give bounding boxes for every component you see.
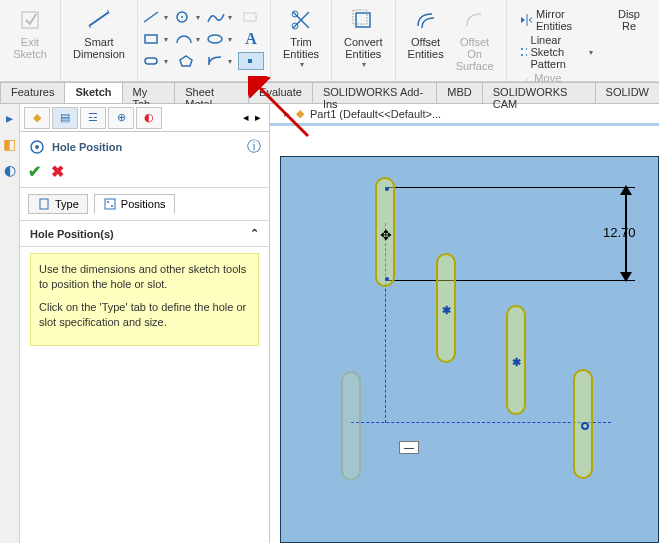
tab-my-tab[interactable]: My Tab	[122, 82, 176, 103]
svg-rect-3	[244, 13, 256, 21]
relation-tag[interactable]: —	[399, 441, 419, 454]
panel-nav-left-icon[interactable]: ◂	[243, 111, 249, 124]
display-relations-label: Disp Re	[618, 8, 640, 32]
ribbon-toolbar: Exit Sketch Smart Dimension ▾ ▾ ▾ ▾ ▾ ▾ …	[0, 0, 659, 82]
display-relations-button[interactable]: Disp Re	[605, 4, 653, 34]
dropdown-icon[interactable]: ▾	[362, 60, 366, 69]
dim-extension-top	[385, 187, 635, 188]
tab-cam[interactable]: SOLIDWORKS CAM	[482, 82, 596, 103]
svg-point-5	[208, 35, 222, 43]
tab-solidw[interactable]: SOLIDW	[595, 82, 659, 103]
circle-tool-icon[interactable]: ▾	[174, 8, 200, 26]
ribbon-group-dimension: Smart Dimension	[61, 0, 138, 81]
ribbon-group-offset: Offset Entities Offset On Surface	[396, 0, 507, 81]
offset-entities-button[interactable]: Offset Entities	[402, 4, 450, 62]
doc-breadcrumb[interactable]: ▸ ◆ Part1 (Default<<Default>...	[270, 104, 659, 126]
type-tab-icon	[37, 197, 51, 211]
ellipse-tool-icon[interactable]: ▾	[206, 30, 232, 48]
construction-line-h	[351, 422, 611, 423]
mirror-entities-button[interactable]: Mirror Entities	[519, 8, 593, 32]
appearance-tab-icon[interactable]: ◐	[136, 107, 162, 129]
trim-entities-button[interactable]: Trim Entities ▾	[277, 4, 325, 71]
help-para-2: Click on the 'Type' tab to define the ho…	[39, 300, 250, 330]
left-task-rail: ▸ ◧ ◐	[0, 104, 20, 543]
tab-mbd[interactable]: MBD	[436, 82, 482, 103]
ribbon-group-sketch-tools: ▾ ▾ ▾ ▾ ▾ ▾ A ▾ ▾	[138, 0, 271, 81]
sketch-tools-grid: ▾ ▾ ▾ ▾ ▾ ▾ A ▾ ▾	[142, 4, 266, 72]
svg-point-14	[526, 48, 527, 50]
arc-tool-icon[interactable]: ▾	[174, 30, 200, 48]
tab-type[interactable]: Type	[28, 194, 88, 214]
svg-rect-6	[145, 58, 157, 64]
propertymanager-tab-icon[interactable]: ▤	[52, 107, 78, 129]
spline-tool-icon[interactable]: ▾	[206, 8, 232, 26]
panel-tab-icons: ◆ ▤ ☲ ⊕ ◐ ◂ ▸	[20, 104, 269, 132]
command-tabs: Features Sketch My Tab Sheet Metal Evalu…	[0, 82, 659, 104]
rail-history-icon[interactable]: ◐	[4, 162, 16, 178]
slot-4[interactable]	[573, 369, 593, 479]
hole-wizard-icon	[28, 138, 46, 156]
slot-3[interactable]: ✱	[506, 305, 526, 415]
part-face[interactable]: 12.70 ✥ ✱ ✱	[280, 156, 659, 543]
tab-positions[interactable]: Positions	[94, 194, 175, 214]
hole-subtabs: Type Positions	[20, 188, 269, 221]
tab-sheet-metal[interactable]: Sheet Metal	[174, 82, 249, 103]
text-tool-icon[interactable]: A	[238, 30, 264, 48]
line-tool-icon[interactable]: ▾	[142, 8, 168, 26]
svg-point-24	[111, 205, 113, 207]
feature-tree-tab-icon[interactable]: ◆	[24, 107, 50, 129]
help-box: Use the dimensions and other sketch tool…	[30, 253, 259, 346]
linear-sketch-pattern-button[interactable]: Linear Sketch Pattern ▾	[519, 34, 593, 70]
rectangle-tool-icon[interactable]: ▾	[142, 30, 168, 48]
smart-dimension-button[interactable]: Smart Dimension	[67, 4, 131, 62]
plane-tool-icon[interactable]	[238, 8, 264, 26]
trim-entities-label: Trim Entities	[283, 36, 319, 60]
rail-expand-icon[interactable]: ▸	[6, 110, 13, 126]
tab-features[interactable]: Features	[0, 82, 65, 103]
fillet-tool-icon[interactable]: ▾	[206, 52, 232, 70]
dimxpert-tab-icon[interactable]: ⊕	[108, 107, 134, 129]
slot-center-icon: ✱	[512, 356, 520, 364]
positions-tab-icon	[103, 197, 117, 211]
point-tool-icon[interactable]	[238, 52, 264, 70]
ribbon-group-pattern: Mirror Entities Linear Sketch Pattern ▾ …	[507, 0, 599, 81]
svg-point-17	[526, 54, 527, 56]
tab-addins[interactable]: SOLIDWORKS Add-Ins	[312, 82, 437, 103]
help-para-1: Use the dimensions and other sketch tool…	[39, 262, 250, 292]
ribbon-group-convert: Convert Entities ▾	[332, 0, 396, 81]
flyout-expand-icon[interactable]: ▸	[284, 107, 290, 120]
svg-point-2	[181, 16, 183, 18]
slot-1[interactable]: ✥	[375, 177, 395, 287]
slot-2[interactable]: ✱	[436, 253, 456, 363]
cancel-button[interactable]: ✖	[51, 162, 64, 181]
svg-point-26	[385, 277, 389, 281]
panel-nav-right-icon[interactable]: ▸	[255, 111, 261, 124]
help-icon[interactable]: ⓘ	[247, 138, 261, 156]
graphics-canvas[interactable]: 12.70 ✥ ✱ ✱	[270, 126, 659, 543]
smart-dimension-label: Smart Dimension	[73, 36, 125, 60]
config-tab-icon[interactable]: ☲	[80, 107, 106, 129]
offset-on-surface-button[interactable]: Offset On Surface	[450, 4, 500, 74]
panel-title: Hole Position	[52, 141, 122, 153]
ok-button[interactable]: ✔	[28, 162, 41, 181]
dropdown-icon[interactable]: ▾	[300, 60, 304, 69]
convert-entities-button[interactable]: Convert Entities ▾	[338, 4, 389, 71]
tab-evaluate[interactable]: Evaluate	[248, 82, 313, 103]
dim-arrow-bot	[620, 272, 632, 282]
svg-rect-11	[356, 13, 370, 27]
polygon-tool-icon[interactable]	[174, 52, 200, 70]
exit-sketch-button[interactable]: Exit Sketch	[6, 4, 54, 62]
svg-point-13	[521, 48, 523, 50]
dimension-text[interactable]: 12.70	[603, 225, 636, 240]
section-title: Hole Position(s)	[30, 228, 114, 240]
positions-tab-label: Positions	[121, 198, 166, 210]
dropdown-icon[interactable]: ▾	[589, 48, 593, 57]
svg-rect-12	[353, 10, 367, 24]
slot-tool-icon[interactable]: ▾	[142, 52, 168, 70]
rail-feature-icon[interactable]: ◧	[3, 136, 16, 152]
tab-sketch[interactable]: Sketch	[64, 82, 122, 103]
type-tab-label: Type	[55, 198, 79, 210]
collapse-icon[interactable]: ⌃	[250, 227, 259, 240]
slot-center-icon: ✱	[442, 304, 450, 312]
exit-sketch-label: Exit Sketch	[13, 36, 47, 60]
